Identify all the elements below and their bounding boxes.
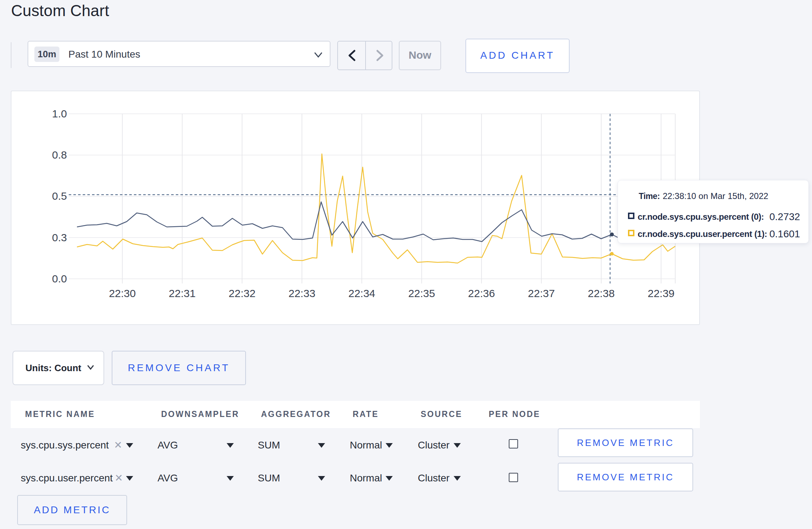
svg-text:22:36: 22:36 bbox=[468, 287, 495, 299]
svg-text:22:33: 22:33 bbox=[289, 287, 315, 299]
svg-text:22:32: 22:32 bbox=[229, 287, 256, 299]
svg-text:22:39: 22:39 bbox=[648, 287, 675, 299]
svg-text:22:31: 22:31 bbox=[169, 287, 195, 299]
svg-text:0.8: 0.8 bbox=[52, 149, 67, 161]
svg-text:0.0: 0.0 bbox=[52, 273, 67, 285]
svg-text:22:37: 22:37 bbox=[528, 287, 555, 299]
svg-text:0.3: 0.3 bbox=[52, 232, 67, 243]
svg-text:0.5: 0.5 bbox=[52, 190, 67, 202]
svg-text:22:34: 22:34 bbox=[348, 287, 375, 299]
svg-text:22:30: 22:30 bbox=[109, 287, 136, 299]
svg-text:1.0: 1.0 bbox=[52, 108, 67, 120]
svg-text:22:38: 22:38 bbox=[588, 287, 615, 299]
svg-text:22:35: 22:35 bbox=[408, 287, 435, 299]
